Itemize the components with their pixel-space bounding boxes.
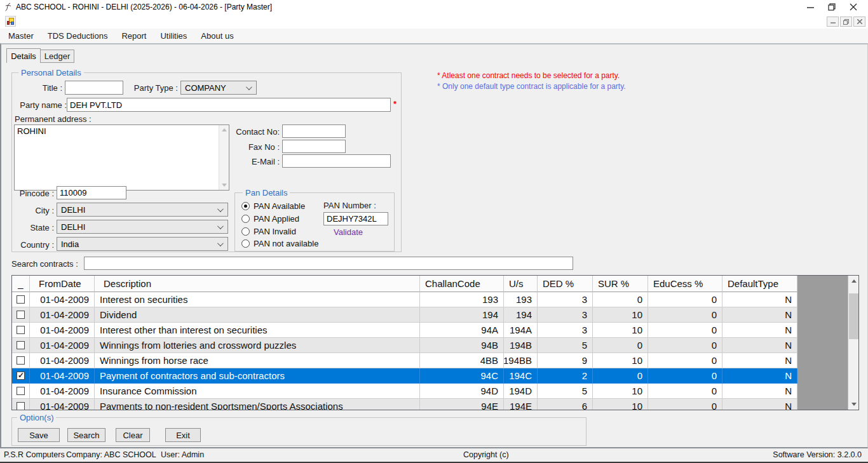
cell-educess: 0 bbox=[648, 292, 722, 307]
radio-icon[interactable] bbox=[241, 227, 250, 236]
menu-master[interactable]: Master bbox=[1, 29, 41, 43]
scroll-down-icon[interactable] bbox=[222, 184, 227, 187]
header-fromdate: FromDate bbox=[30, 276, 95, 292]
minimize-icon[interactable] bbox=[799, 0, 821, 14]
cell-sur: 10 bbox=[593, 323, 648, 338]
row-checkbox[interactable] bbox=[17, 402, 25, 410]
table-row[interactable]: 01-04-2009 Payment of contractors and su… bbox=[12, 368, 848, 384]
city-select[interactable]: DELHI bbox=[57, 203, 228, 217]
radio-pan-invalid[interactable]: PAN Invalid bbox=[241, 227, 296, 236]
cell-sur: 10 bbox=[593, 353, 648, 368]
menu-utilities[interactable]: Utilities bbox=[153, 29, 194, 43]
application-window: ABC SCHOOL - ROHINI - DELHI (2025-2026) … bbox=[0, 0, 868, 463]
row-checkbox[interactable] bbox=[17, 341, 25, 349]
cell-educess: 0 bbox=[648, 384, 722, 399]
cell-educess: 0 bbox=[648, 338, 722, 353]
cell-us: 194D bbox=[504, 384, 538, 399]
party-type-select[interactable]: COMPANY bbox=[180, 81, 257, 95]
cell-description: Winnings from horse race bbox=[95, 353, 420, 368]
cell-us: 194C bbox=[504, 368, 538, 384]
fax-no-input[interactable] bbox=[282, 140, 346, 153]
radio-icon[interactable] bbox=[241, 239, 250, 248]
table-row[interactable]: 01-04-2009 Payments to non-resident Spor… bbox=[12, 399, 848, 410]
menu-about-us[interactable]: About us bbox=[194, 29, 240, 43]
row-checkbox[interactable] bbox=[17, 387, 25, 395]
fax-no-label: Fax No : bbox=[231, 142, 280, 152]
row-checkbox[interactable] bbox=[17, 356, 25, 365]
country-select[interactable]: India bbox=[57, 237, 228, 251]
cell-ded: 5 bbox=[538, 338, 593, 353]
table-row[interactable]: 01-04-2009 Dividend 194 194 3 10 0 N bbox=[12, 307, 848, 323]
status-bar: P.S.R Computers Company: ABC SCHOOL User… bbox=[0, 448, 868, 462]
mdi-window-controls bbox=[827, 17, 865, 27]
cell-defaulttype: N bbox=[722, 368, 797, 384]
row-checkbox[interactable] bbox=[17, 311, 25, 319]
mdi-close-icon[interactable] bbox=[853, 17, 865, 27]
search-button[interactable]: Search bbox=[67, 428, 105, 442]
chevron-down-icon bbox=[217, 240, 224, 246]
cell-fromdate: 01-04-2009 bbox=[30, 368, 95, 384]
table-row[interactable]: 01-04-2009 Insurance Commission 94D 194D… bbox=[12, 384, 848, 399]
scroll-up-icon[interactable] bbox=[848, 276, 859, 286]
cell-fromdate: 01-04-2009 bbox=[30, 399, 95, 410]
cell-ded: 6 bbox=[538, 399, 593, 410]
required-asterisk: * bbox=[393, 99, 397, 109]
contact-no-input[interactable] bbox=[282, 124, 346, 138]
row-checkbox[interactable] bbox=[17, 326, 25, 334]
radio-label: PAN Invalid bbox=[254, 227, 296, 236]
radio-pan-not-available[interactable]: PAN not available bbox=[241, 239, 318, 248]
table-row[interactable]: 01-04-2009 Winnings from lotteries and c… bbox=[12, 338, 848, 353]
status-vendor: P.S.R Computers bbox=[4, 450, 65, 459]
row-checkbox[interactable] bbox=[17, 295, 25, 304]
cell-challancode: 94D bbox=[420, 384, 504, 399]
scroll-up-icon[interactable] bbox=[222, 128, 227, 131]
search-contracts-input[interactable] bbox=[84, 257, 573, 270]
validate-link[interactable]: Validate bbox=[334, 227, 363, 237]
radio-pan-available[interactable]: PAN Available bbox=[241, 201, 305, 211]
radio-label: PAN Available bbox=[254, 201, 305, 211]
table-row[interactable]: 01-04-2009 Winnings from horse race 4BB … bbox=[12, 353, 848, 368]
pincode-input[interactable] bbox=[57, 186, 126, 199]
cell-filler bbox=[797, 292, 848, 307]
pincode-label: Pincode : bbox=[15, 189, 54, 198]
save-button[interactable]: Save bbox=[18, 428, 60, 442]
menu-report[interactable]: Report bbox=[114, 29, 153, 43]
header-description: Description bbox=[95, 276, 420, 292]
mdi-restore-icon[interactable] bbox=[840, 17, 852, 27]
cell-description: Dividend bbox=[95, 307, 420, 323]
mdi-minimize-icon[interactable] bbox=[827, 17, 839, 27]
table-vertical-scrollbar[interactable] bbox=[848, 276, 858, 410]
tab-ledger[interactable]: Ledger bbox=[41, 50, 74, 63]
permanent-address-input[interactable]: ROHINI bbox=[15, 125, 219, 190]
table-row[interactable]: 01-04-2009 Interest on securities 193 19… bbox=[12, 292, 848, 307]
exit-button[interactable]: Exit bbox=[165, 428, 201, 442]
radio-pan-applied[interactable]: PAN Applied bbox=[241, 214, 299, 224]
party-type-label: Party Type : bbox=[129, 83, 178, 93]
menu-tds-deductions[interactable]: TDS Deductions bbox=[41, 29, 115, 43]
restore-icon[interactable] bbox=[821, 0, 843, 14]
radio-icon[interactable] bbox=[241, 215, 250, 223]
scrollbar-thumb[interactable] bbox=[849, 293, 858, 339]
window-title: ABC SCHOOL - ROHINI - DELHI (2025-2026) … bbox=[16, 3, 272, 11]
title-input[interactable] bbox=[65, 81, 123, 95]
contracts-table-header: _ FromDate Description ChallanCode U/s D… bbox=[12, 276, 848, 292]
pan-number-input[interactable] bbox=[323, 212, 388, 225]
scroll-down-icon[interactable] bbox=[848, 399, 859, 410]
radio-icon[interactable] bbox=[241, 202, 250, 210]
close-icon[interactable] bbox=[843, 0, 864, 14]
row-checkbox[interactable] bbox=[17, 372, 25, 380]
state-select[interactable]: DELHI bbox=[57, 220, 228, 234]
tab-details[interactable]: Details bbox=[6, 48, 41, 63]
email-input[interactable] bbox=[282, 154, 391, 168]
cell-us: 194BB bbox=[504, 353, 538, 368]
cell-defaulttype: N bbox=[722, 307, 797, 323]
cell-defaulttype: N bbox=[722, 338, 797, 353]
contact-no-label: Contact No: bbox=[231, 127, 280, 137]
cell-educess: 0 bbox=[648, 353, 722, 368]
party-name-input[interactable] bbox=[67, 98, 391, 112]
party-type-value: COMPANY bbox=[185, 83, 226, 93]
address-scrollbar[interactable] bbox=[219, 125, 229, 190]
clear-button[interactable]: Clear bbox=[116, 428, 150, 442]
table-row[interactable]: 01-04-2009 Interest other than interest … bbox=[12, 323, 848, 338]
header-select-column: _ bbox=[12, 276, 30, 292]
